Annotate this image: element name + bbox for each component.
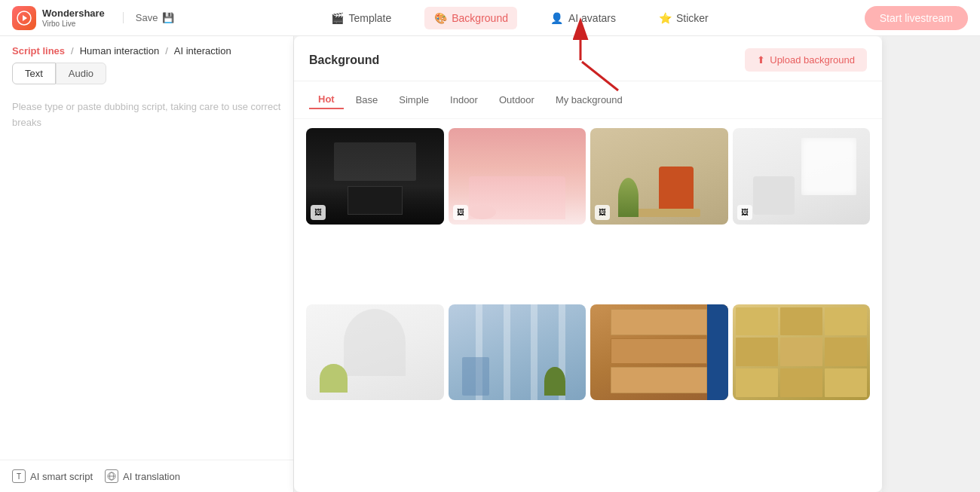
avatars-icon: 👤 <box>550 11 564 25</box>
nav-background[interactable]: 🎨 Background <box>424 7 517 29</box>
bg-item-office[interactable] <box>449 304 586 401</box>
right-bg <box>882 36 980 492</box>
bg-item-arch[interactable] <box>306 304 444 401</box>
upload-icon: ⬆ <box>757 54 765 66</box>
sticker-icon: ⭐ <box>658 11 672 25</box>
bedroom-bg-icon: 🖼 <box>453 205 468 220</box>
script-nav: Script lines / Human interaction / AI in… <box>0 36 293 63</box>
smart-script-icon: T <box>12 469 26 483</box>
category-tabs: Hot Base Simple Indoor Outdoor My backgr… <box>294 81 882 119</box>
logo-icon <box>12 6 36 30</box>
bg-grid: 🖼 🖼 🖼 🖼 <box>294 119 882 484</box>
living-bg-icon: 🖼 <box>595 205 610 220</box>
bg-item-living[interactable]: 🖼 <box>590 128 728 225</box>
cat-indoor[interactable]: Indoor <box>441 90 487 109</box>
tab-row: Text Audio <box>0 63 293 93</box>
kitchen-bg-icon: 🖼 <box>311 205 326 220</box>
cat-my-background[interactable]: My background <box>547 90 632 109</box>
svg-marker-1 <box>23 15 27 21</box>
nav-sep-1: / <box>71 45 74 57</box>
top-nav: Wondershare Virbo Live Save 💾 🎬 Template… <box>0 0 980 36</box>
nav-background-label: Background <box>452 12 508 24</box>
cat-outdoor[interactable]: Outdoor <box>490 90 544 109</box>
upload-label: Upload background <box>770 54 855 66</box>
logo-text: Wondershare Virbo Live <box>42 8 105 28</box>
tab-text[interactable]: Text <box>12 63 56 84</box>
cat-hot[interactable]: Hot <box>309 90 344 109</box>
nav-ai-interaction[interactable]: AI interaction <box>174 45 231 57</box>
bg-panel-header: Background ⬆ Upload background <box>294 36 882 81</box>
script-placeholder: Please type or paste dubbing script, tak… <box>12 101 280 128</box>
bg-item-warehouse1[interactable] <box>590 304 728 401</box>
save-icon: 💾 <box>162 12 174 23</box>
tab-audio[interactable]: Audio <box>56 63 106 84</box>
nav-template[interactable]: 🎬 Template <box>321 7 400 29</box>
left-panel: Script lines / Human interaction / AI in… <box>0 36 294 492</box>
background-nav-icon: 🎨 <box>433 11 447 25</box>
bottom-tools: T AI smart script AI translation <box>0 460 293 492</box>
upload-background-button[interactable]: ⬆ Upload background <box>745 48 867 72</box>
save-area[interactable]: Save 💾 <box>123 12 175 23</box>
bg-item-kitchen[interactable]: 🖼 <box>306 128 444 225</box>
nav-center: 🎬 Template 🎨 Background 👤 AI avatars ⭐ S… <box>174 7 864 29</box>
ai-translation-button[interactable]: AI translation <box>105 469 180 483</box>
bg-panel-title: Background <box>309 53 379 67</box>
logo-area: Wondershare Virbo Live <box>12 6 105 30</box>
nav-sticker[interactable]: ⭐ Sticker <box>649 7 718 29</box>
bg-item-bedroom[interactable]: 🖼 <box>449 128 586 225</box>
template-icon: 🎬 <box>330 11 344 25</box>
bg-item-white-room[interactable]: 🖼 <box>733 128 871 225</box>
save-label: Save <box>136 12 158 23</box>
ai-smart-script-label: AI smart script <box>30 471 93 482</box>
start-livestream-button[interactable]: Start livestream <box>865 6 968 30</box>
script-area[interactable]: Please type or paste dubbing script, tak… <box>0 93 293 460</box>
nav-sticker-label: Sticker <box>676 12 709 24</box>
ai-translation-label: AI translation <box>123 471 180 482</box>
nav-human-interaction[interactable]: Human interaction <box>80 45 160 57</box>
bg-item-warehouse2[interactable] <box>733 304 871 401</box>
nav-sep-2: / <box>165 45 168 57</box>
cat-base[interactable]: Base <box>347 90 387 109</box>
white-room-bg-icon: 🖼 <box>737 205 752 220</box>
cat-simple[interactable]: Simple <box>390 90 438 109</box>
nav-avatars-label: AI avatars <box>568 12 616 24</box>
nav-ai-avatars[interactable]: 👤 AI avatars <box>541 7 625 29</box>
translation-icon <box>105 469 118 483</box>
ai-smart-script-button[interactable]: T AI smart script <box>12 469 93 483</box>
nav-script-lines[interactable]: Script lines <box>12 45 65 57</box>
nav-template-label: Template <box>348 12 391 24</box>
background-panel: Background ⬆ Upload background Hot Base … <box>294 36 882 492</box>
